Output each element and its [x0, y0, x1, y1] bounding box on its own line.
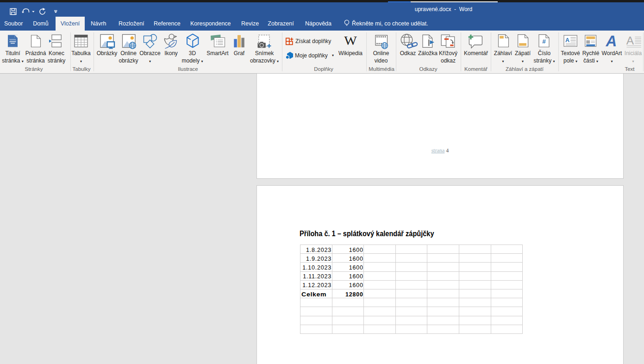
svg-text:A: A — [565, 37, 569, 44]
svg-text:W: W — [344, 34, 357, 48]
svg-text:A: A — [626, 34, 634, 47]
svg-text:A: A — [606, 32, 617, 50]
svg-text:#: # — [542, 38, 546, 45]
